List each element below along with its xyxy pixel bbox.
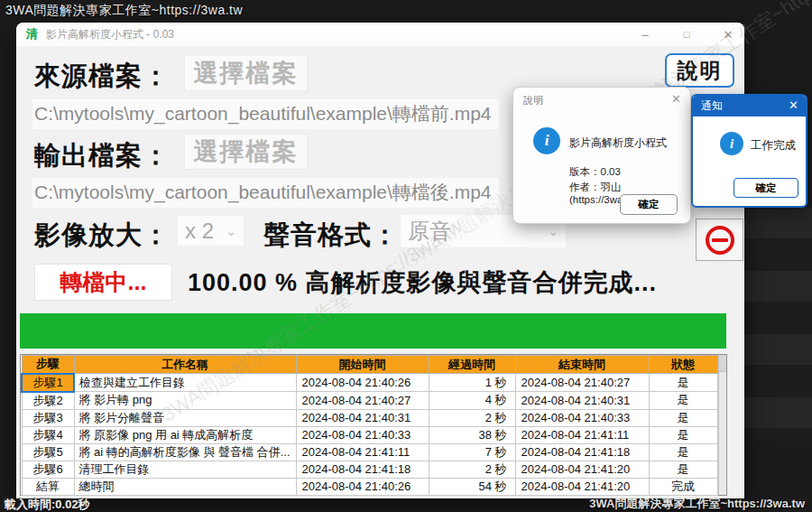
audio-format-value: 原音 [408,217,451,246]
table-cell[interactable]: 將 影片轉 png [74,392,296,410]
table-row[interactable]: 步驟3將 影片分離聲音2024-08-04 21:40:312 秒2024-08… [22,409,717,426]
help-button[interactable]: 說明 [665,53,734,88]
maximize-icon[interactable]: □ [679,29,694,40]
table-row[interactable]: 步驟4將 原影像 png 用 ai 轉成高解析度2024-08-04 21:40… [22,426,717,443]
scale-label: 影像放大： [34,218,170,254]
table-cell[interactable]: 2024-08-04 21:41:20 [515,478,649,495]
notify-dialog: 通知 ✕ i 工作完成 確定 [691,94,807,208]
convert-button[interactable]: 轉檔中... [34,264,172,301]
app-icon: 清 [26,26,38,42]
table-cell[interactable]: 2024-08-04 21:40:26 [296,478,429,495]
table-cell[interactable]: 2024-08-04 21:40:33 [515,409,649,426]
table-scrollbar[interactable] [718,355,727,495]
table-cell[interactable]: 是 [649,426,717,443]
table-cell[interactable]: 2024-08-04 21:41:11 [515,426,649,443]
column-header[interactable]: 經過時間 [429,356,515,374]
progress-status-text: 100.00 % 高解析度影像與聲音合併完成... [188,266,657,299]
scrollbar-corner [719,355,727,372]
source-choose-file-button[interactable]: 選擇檔案 [184,55,308,91]
table-cell[interactable]: 是 [649,409,717,426]
stop-icon [706,226,734,255]
table-cell[interactable]: 將 原影像 png 用 ai 轉成高解析度 [74,426,296,443]
chevron-down-icon: ⌄ [217,224,236,238]
table-cell[interactable]: 2024-08-04 21:40:33 [296,426,429,443]
minimize-icon[interactable]: – [638,28,652,42]
table-cell[interactable]: 2024-08-04 21:41:18 [296,461,429,478]
audio-format-label: 聲音格式： [263,218,399,254]
step-cell[interactable]: 步驟2 [22,392,74,410]
window-controls: – □ ✕ [638,28,735,42]
about-version: 版本：0.03 [569,165,621,179]
table-cell[interactable]: 2 秒 [429,461,515,478]
table-cell[interactable]: 4 秒 [429,392,515,410]
step-cell[interactable]: 步驟1 [22,374,74,392]
column-header[interactable]: 狀態 [649,356,717,374]
table-cell[interactable]: 1 秒 [429,374,515,392]
column-header[interactable]: 結束時間 [515,356,649,374]
table-cell[interactable]: 是 [649,374,717,392]
table-cell[interactable]: 38 秒 [429,426,515,443]
output-path: C:\mytools\my_cartoon_beautiful\example\… [32,178,499,208]
load-time-text: 載入時間:0.02秒 [5,497,90,512]
info-icon: i [720,132,743,155]
table-cell[interactable]: 清理工作目錄 [74,461,296,478]
step-cell[interactable]: 步驟5 [22,443,74,461]
column-header[interactable]: 工作名稱 [74,356,296,374]
steps-table-body: 步驟1檢查與建立工作目錄2024-08-04 21:40:261 秒2024-0… [22,374,717,496]
notify-ok-button[interactable]: 確定 [734,178,798,198]
table-cell[interactable]: 是 [649,461,717,478]
about-dialog-title: 說明 [523,94,543,107]
close-icon[interactable]: ✕ [721,28,735,42]
step-cell[interactable]: 步驟6 [22,461,74,478]
table-cell[interactable]: 將 影片分離聲音 [74,409,296,426]
desktop-watermark-bottom: 3WA問題解決專家工作室~https://3wa.tw [589,496,805,512]
table-cell[interactable]: 2 秒 [429,409,515,426]
about-ok-button[interactable]: 確定 [620,194,678,215]
progress-bar [20,313,726,349]
desktop: 3WA問題解決專家工作室~https://3wa.tw 3WA問題解決專家工作室… [0,0,812,512]
column-header[interactable]: 步驟 [22,356,74,374]
table-cell[interactable]: 7 秒 [429,443,515,461]
table-cell[interactable]: 完成 [649,478,717,495]
step-cell[interactable]: 結算 [22,478,74,495]
window-title: 影片高解析度小程式 - 0.03 [46,27,638,42]
column-header[interactable]: 開始時間 [296,356,429,374]
output-file-label: 輸出檔案： [34,138,170,174]
steps-table: 步驟 工作名稱 開始時間 經過時間 結束時間 狀態 步驟1檢查與建立工作目錄20… [20,354,727,496]
table-row[interactable]: 結算總時間2024-08-04 21:40:2654 秒2024-08-04 2… [22,478,717,495]
scale-value: x 2 [185,219,214,244]
stop-button[interactable] [696,219,743,261]
table-header-row: 步驟 工作名稱 開始時間 經過時間 結束時間 狀態 [22,356,717,374]
info-icon: i [533,127,560,154]
step-cell[interactable]: 步驟3 [22,409,74,426]
source-file-label: 來源檔案： [34,59,170,95]
table-cell[interactable]: 檢查與建立工作目錄 [74,374,296,392]
table-cell[interactable]: 2024-08-04 21:41:11 [296,443,429,461]
output-choose-file-button[interactable]: 選擇檔案 [184,134,308,170]
close-icon[interactable]: ✕ [789,98,798,112]
table-cell[interactable]: 2024-08-04 21:40:27 [515,374,649,392]
table-cell[interactable]: 總時間 [74,478,296,495]
source-path: C:\mytools\my_cartoon_beautiful\example\… [32,99,499,129]
step-cell[interactable]: 步驟4 [22,426,74,443]
table-cell[interactable]: 是 [649,392,717,410]
table-cell[interactable]: 2024-08-04 21:40:31 [296,409,429,426]
table-cell[interactable]: 2024-08-04 21:40:27 [296,392,429,410]
table-row[interactable]: 步驟2將 影片轉 png2024-08-04 21:40:274 秒2024-0… [22,392,717,410]
table-row[interactable]: 步驟1檢查與建立工作目錄2024-08-04 21:40:261 秒2024-0… [22,374,717,392]
table-cell[interactable]: 是 [649,443,717,461]
about-dialog: 說明 ✕ i 影片高解析度小程式 版本：0.03 作者：羽山 (https://… [512,87,691,224]
desktop-watermark-top: 3WA問題解決專家工作室~https://3wa.tw [5,3,243,19]
table-row[interactable]: 步驟5將 ai 轉的高解析度影像 與 聲音檔 合併...2024-08-04 2… [22,443,717,461]
table-cell[interactable]: 2024-08-04 21:40:31 [515,392,649,410]
table-cell[interactable]: 將 ai 轉的高解析度影像 與 聲音檔 合併... [74,443,296,461]
scale-dropdown[interactable]: x 2 ⌄ [177,215,245,247]
table-row[interactable]: 步驟6清理工作目錄2024-08-04 21:41:182 秒2024-08-0… [22,461,717,478]
close-icon[interactable]: ✕ [671,92,681,106]
table-cell[interactable]: 54 秒 [429,478,515,495]
table-cell[interactable]: 2024-08-04 21:40:26 [296,374,429,392]
window-titlebar: 清 影片高解析度小程式 - 0.03 – □ ✕ [16,23,744,46]
table-cell[interactable]: 2024-08-04 21:41:18 [515,443,649,461]
about-app-name: 影片高解析度小程式 [569,135,667,151]
table-cell[interactable]: 2024-08-04 21:41:20 [515,461,649,478]
